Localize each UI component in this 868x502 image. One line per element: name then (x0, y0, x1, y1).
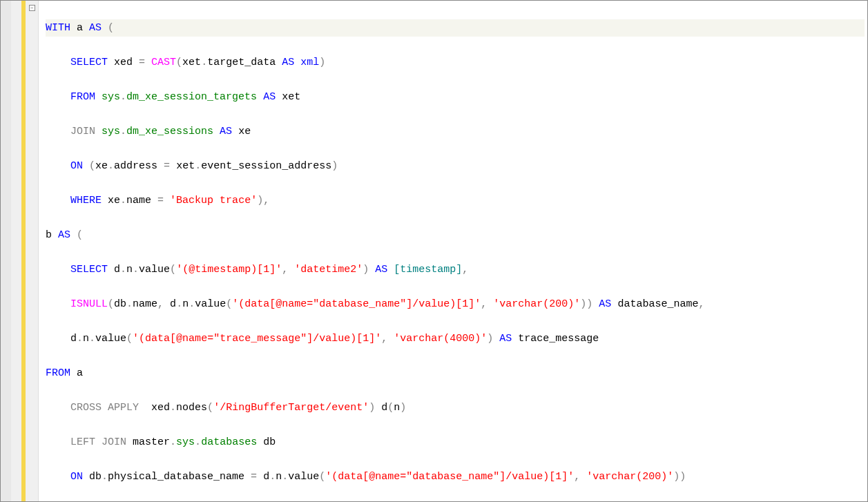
sql-code[interactable]: WITH a AS ( SELECT xed = CAST(xet.target… (39, 1, 867, 502)
editor-gutter: − (11, 1, 39, 502)
indicator-margin (1, 1, 11, 502)
change-indicator (21, 1, 26, 502)
fold-toggle[interactable]: − (29, 5, 35, 11)
sql-editor-area: − WITH a AS ( SELECT xed = CAST(xet.targ… (1, 1, 867, 502)
